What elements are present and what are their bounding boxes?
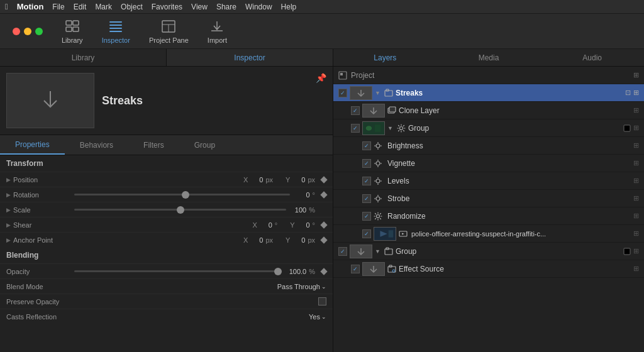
group1-solo[interactable] xyxy=(623,124,631,132)
layer-strobe[interactable]: ✓ Strobe ⊞ xyxy=(333,190,644,207)
group2-solo[interactable] xyxy=(623,248,631,255)
streaks-expand[interactable]: ▼ xyxy=(375,90,380,96)
vignette-check[interactable]: ✓ xyxy=(362,159,371,168)
layer-brightness[interactable]: ✓ Brightness ⊞ xyxy=(333,137,644,155)
streaks-lock-icon[interactable]: ⊞ xyxy=(633,89,639,97)
menu-favorites[interactable]: Favorites xyxy=(152,3,182,11)
maximize-button[interactable] xyxy=(35,28,43,35)
casts-reflection-controls: Yes ⌄ xyxy=(69,313,326,321)
sub-tab-properties[interactable]: Properties xyxy=(0,135,65,155)
right-tab-layers[interactable]: Layers xyxy=(333,49,437,66)
apple-menu[interactable]:  xyxy=(5,2,8,11)
clone-action[interactable]: ⊞ xyxy=(633,106,639,114)
layer-group-2[interactable]: ✓ ▼ Group ⊞ xyxy=(333,243,644,260)
sub-tab-filters[interactable]: Filters xyxy=(128,135,179,155)
preview-thumbnail xyxy=(6,73,94,128)
tab-inspector[interactable]: Inspector xyxy=(167,49,333,66)
close-button[interactable] xyxy=(13,28,20,35)
group2-expand[interactable]: ▼ xyxy=(375,248,380,255)
strobe-check[interactable]: ✓ xyxy=(362,194,371,203)
brightness-action[interactable]: ⊞ xyxy=(633,141,639,150)
menu-help[interactable]: Help xyxy=(281,3,297,11)
position-arrow[interactable]: ▶ xyxy=(6,177,11,183)
anchor-arrow[interactable]: ▶ xyxy=(6,237,11,243)
layer-randomize[interactable]: ✓ Randomize ⊞ xyxy=(333,207,644,225)
layer-media[interactable]: ✓ police-officer-arresting-suspect-in-gr… xyxy=(333,225,644,243)
group2-lock[interactable]: ⊞ xyxy=(633,247,639,255)
effect-source-icon xyxy=(387,265,396,273)
streaks-check[interactable]: ✓ xyxy=(338,89,347,97)
group1-thumb xyxy=(362,121,385,135)
streaks-solo-icon[interactable]: ⊡ xyxy=(625,89,631,97)
shear-arrow[interactable]: ▶ xyxy=(6,222,11,228)
casts-reflection-dropdown[interactable]: Yes ⌄ xyxy=(309,313,326,321)
clone-actions: ⊞ xyxy=(633,106,639,114)
menu-mark[interactable]: Mark xyxy=(95,3,112,11)
levels-check[interactable]: ✓ xyxy=(362,177,371,185)
strobe-action[interactable]: ⊞ xyxy=(633,194,639,202)
menu-edit[interactable]: Edit xyxy=(74,3,87,11)
menu-view[interactable]: View xyxy=(191,3,208,11)
sub-tab-behaviors[interactable]: Behaviors xyxy=(65,135,128,155)
scale-slider[interactable] xyxy=(74,209,286,211)
svg-rect-50 xyxy=(389,230,394,237)
randomize-action[interactable]: ⊞ xyxy=(633,212,639,220)
effect-source-check[interactable]: ✓ xyxy=(351,265,360,273)
svg-rect-21 xyxy=(389,107,396,112)
menu-share[interactable]: Share xyxy=(216,3,236,11)
strobe-icon xyxy=(374,194,382,203)
media-check[interactable]: ✓ xyxy=(362,229,371,238)
position-keyframe[interactable] xyxy=(320,176,327,183)
toolbar-project-pane[interactable]: Project Pane xyxy=(149,19,189,44)
media-thumb xyxy=(374,227,396,241)
toolbar-import[interactable]: Import xyxy=(208,19,227,44)
rotation-slider[interactable] xyxy=(74,194,290,195)
scale-arrow[interactable]: ▶ xyxy=(6,207,11,213)
group1-lock[interactable]: ⊞ xyxy=(633,124,639,132)
menu-window[interactable]: Window xyxy=(245,3,272,11)
svg-point-32 xyxy=(376,162,380,165)
rotation-label: ▶ Rotation xyxy=(6,191,69,199)
vignette-action[interactable]: ⊞ xyxy=(633,159,639,167)
media-action[interactable]: ⊞ xyxy=(633,229,639,238)
clone-check[interactable]: ✓ xyxy=(351,106,360,115)
toolbar-inspector[interactable]: Inspector xyxy=(102,19,130,44)
shear-keyframe[interactable] xyxy=(320,221,327,228)
app-name[interactable]: Motion xyxy=(17,2,44,11)
toolbar-library[interactable]: Library xyxy=(62,19,83,44)
opacity-slider[interactable] xyxy=(74,270,282,272)
randomize-check[interactable]: ✓ xyxy=(362,212,371,221)
group1-check[interactable]: ✓ xyxy=(351,124,360,133)
opacity-keyframe[interactable] xyxy=(320,268,327,275)
group1-expand[interactable]: ▼ xyxy=(387,125,393,131)
group2-check[interactable]: ✓ xyxy=(338,247,347,256)
right-tab-audio[interactable]: Audio xyxy=(540,49,644,66)
layer-effect-source[interactable]: ✓ Effect Source ⊞ xyxy=(333,260,644,278)
preserve-opacity-label: Preserve Opacity xyxy=(6,298,69,305)
levels-action[interactable]: ⊞ xyxy=(633,177,639,185)
menu-object[interactable]: Object xyxy=(121,3,143,11)
toolbar: Library Inspector Project Pane xyxy=(0,14,644,49)
effect-source-thumb xyxy=(362,262,385,276)
preview-title: Streaks xyxy=(102,94,143,107)
effect-source-action[interactable]: ⊞ xyxy=(633,265,639,273)
layer-vignette[interactable]: ✓ Vignette ⊞ xyxy=(333,155,644,172)
rotation-keyframe[interactable] xyxy=(320,191,327,198)
anchor-keyframe[interactable] xyxy=(320,236,327,243)
brightness-check[interactable]: ✓ xyxy=(362,141,371,150)
layer-levels[interactable]: ✓ Levels ⊞ xyxy=(333,172,644,190)
layer-clone[interactable]: ✓ Clone Layer ⊞ xyxy=(333,102,644,119)
right-tab-media[interactable]: Media xyxy=(437,49,541,66)
sub-tab-group[interactable]: Group xyxy=(179,135,230,155)
minimize-button[interactable] xyxy=(24,28,31,35)
rotation-arrow[interactable]: ▶ xyxy=(6,192,11,198)
layer-streaks[interactable]: ✓ ▼ Streaks ⊡ ⊞ xyxy=(333,84,644,102)
svg-point-37 xyxy=(376,179,380,183)
blend-mode-dropdown[interactable]: Pass Through ⌄ xyxy=(277,283,326,290)
pin-icon[interactable]: 📌 xyxy=(316,73,326,83)
preserve-opacity-checkbox[interactable] xyxy=(318,297,326,305)
layer-group-1[interactable]: ✓ ▼ Group ⊞ xyxy=(333,119,644,137)
menu-file[interactable]: File xyxy=(52,3,64,11)
tab-library[interactable]: Library xyxy=(0,49,167,66)
effect-source-name: Effect Source xyxy=(399,265,631,273)
